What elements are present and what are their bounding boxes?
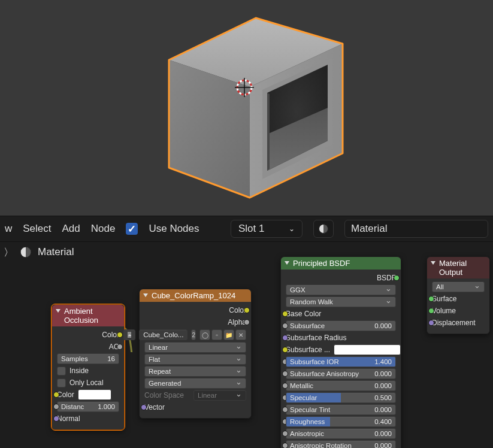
image-icon: [128, 332, 131, 338]
color-space-label: Color Space: [144, 391, 184, 399]
input-subsurf-color-label: Subsurface ...: [286, 346, 330, 354]
input-subsurf-radius-label: Subsurface Radius: [286, 334, 346, 342]
use-nodes-checkbox[interactable]: ✓: [126, 223, 138, 235]
sss-method-dropdown[interactable]: Random Walk: [286, 296, 396, 307]
image-browse-button[interactable]: [123, 329, 135, 340]
projection-dropdown[interactable]: Flat: [144, 354, 246, 365]
input-surface-label: Surface: [432, 295, 456, 303]
select-menu[interactable]: Select: [23, 223, 51, 235]
color-space-dropdown: Linear: [193, 390, 246, 401]
material-sphere-icon: [20, 246, 32, 258]
breadcrumb-material-label[interactable]: Material: [38, 246, 74, 258]
node-title[interactable]: Cube_ColorRamp_1024: [140, 289, 251, 302]
input-vector-label: Vector: [144, 403, 165, 411]
color-swatch[interactable]: [78, 389, 111, 400]
roughness-field[interactable]: Roughness0.400: [286, 416, 396, 427]
input-normal-label: Normal: [57, 414, 80, 423]
source-dropdown[interactable]: Generated: [144, 378, 246, 389]
svg-marker-7: [267, 93, 270, 171]
node-menu[interactable]: Node: [91, 223, 116, 235]
viewport-3d[interactable]: [0, 0, 493, 216]
input-volume-label: Volume: [432, 307, 456, 315]
input-color-label: Color: [57, 391, 74, 399]
material-browse-button[interactable]: [313, 220, 334, 238]
cube-object: [133, 6, 361, 210]
specular-tint-field[interactable]: Specular Tint0.000: [286, 404, 396, 415]
samples-field[interactable]: Samples16: [57, 353, 119, 364]
new-image-button[interactable]: ▫: [211, 329, 222, 340]
node-ambient-occlusion[interactable]: Ambient Occlusion Color AO Samples16 Ins…: [52, 304, 125, 430]
distribution-dropdown[interactable]: GGX: [286, 284, 396, 295]
only-local-checkbox[interactable]: [57, 379, 66, 388]
target-dropdown[interactable]: All: [432, 281, 485, 292]
open-image-button[interactable]: 📁: [223, 329, 234, 340]
material-sphere-icon: [318, 223, 329, 234]
material-slot-selector[interactable]: Slot 1 ⌄: [231, 220, 303, 238]
node-material-output[interactable]: Material Output All Surface Volume Displ…: [427, 256, 490, 334]
distance-field[interactable]: Distanc1.000: [57, 401, 119, 412]
node-editor-canvas[interactable]: Ambient Occlusion Color AO Samples16 Ins…: [0, 262, 493, 448]
extension-dropdown[interactable]: Repeat: [144, 366, 246, 377]
slot-label: Slot 1: [238, 223, 264, 235]
aniso-rot-field[interactable]: Anisotropic Rotation0.000: [286, 440, 396, 448]
image-name-field[interactable]: Cube_Colo...: [139, 329, 187, 340]
ss-aniso-field[interactable]: Subsurface Anisotropy0.000: [286, 368, 396, 379]
view-menu[interactable]: w: [5, 223, 12, 235]
chevron-down-icon: ⌄: [289, 225, 295, 233]
image-users-button[interactable]: 2: [191, 329, 196, 340]
subsurface-field[interactable]: Subsurface0.000: [286, 320, 396, 331]
subsurf-color-swatch[interactable]: [334, 344, 401, 355]
node-image-texture[interactable]: Cube_ColorRamp_1024 Color Alpha Cube_Col…: [139, 289, 252, 419]
use-nodes-label: Use Nodes: [149, 223, 199, 235]
ss-ior-field[interactable]: Subsurface IOR1.400: [286, 356, 396, 367]
specular-field[interactable]: Specular0.500: [286, 392, 396, 403]
material-name-field[interactable]: Material: [344, 220, 488, 238]
node-title[interactable]: Principled BSDF: [281, 257, 401, 270]
input-base-color-label: Base Color: [286, 310, 321, 318]
metallic-field[interactable]: Metallic0.000: [286, 380, 396, 391]
add-menu[interactable]: Add: [62, 223, 80, 235]
input-displacement-label: Displacement: [432, 319, 476, 327]
chevron-right-icon[interactable]: 〉: [4, 246, 14, 259]
interp-dropdown[interactable]: Linear: [144, 342, 246, 353]
node-title[interactable]: Material Output: [427, 257, 489, 279]
fake-user-button[interactable]: ◯: [199, 329, 210, 340]
only-local-label: Only Local: [69, 379, 104, 387]
inside-checkbox[interactable]: [57, 367, 66, 376]
aniso-field[interactable]: Anisotropic0.000: [286, 428, 396, 439]
material-name-text: Material: [351, 223, 387, 235]
node-path-breadcrumb: 〉 Material: [0, 242, 493, 262]
unlink-image-button[interactable]: ✕: [235, 329, 246, 340]
node-title[interactable]: Ambient Occlusion: [52, 305, 124, 326]
node-principled-bsdf[interactable]: Principled BSDF BSDF GGX Random Walk Bas…: [280, 256, 401, 448]
inside-label: Inside: [69, 367, 89, 375]
node-editor-header: w Select Add Node ✓ Use Nodes Slot 1 ⌄ M…: [0, 216, 493, 242]
